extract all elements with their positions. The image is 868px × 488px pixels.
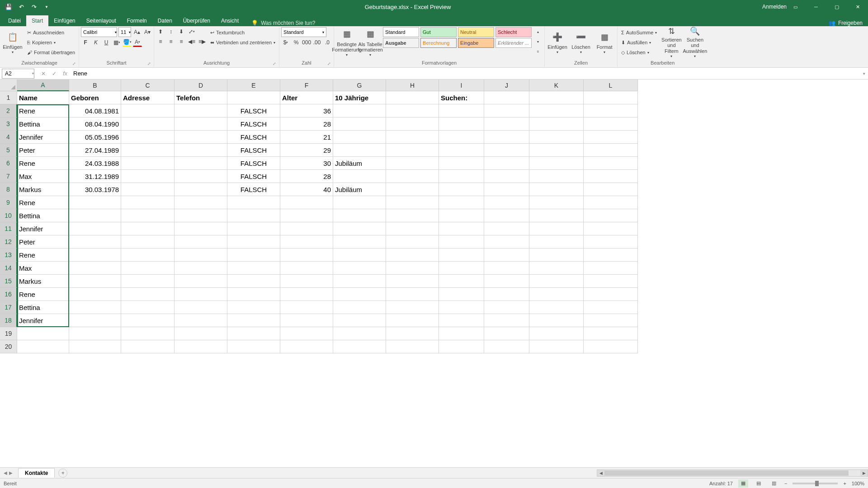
cell-K5[interactable] (529, 144, 584, 157)
tab-einfuegen[interactable]: Einfügen (48, 15, 80, 26)
qat-customize-icon[interactable]: ▼ (42, 2, 52, 12)
styles-up-icon[interactable]: ▴ (533, 27, 542, 36)
share-button[interactable]: Freigeben (838, 20, 863, 26)
style-ausgabe[interactable]: Ausgabe (383, 38, 419, 48)
cell-L20[interactable] (584, 340, 638, 353)
cell-E16[interactable] (227, 288, 280, 301)
font-name-select[interactable]: Calibri▾ (81, 27, 117, 37)
cell-J18[interactable] (484, 314, 529, 327)
cell-A14[interactable]: Max (17, 262, 69, 275)
cell-F12[interactable] (280, 235, 333, 249)
launcher-icon[interactable]: ⤢ (72, 61, 76, 66)
cell-E20[interactable] (227, 340, 280, 353)
cell-F11[interactable] (280, 222, 333, 235)
orientation-icon[interactable]: ⤢▾ (187, 27, 196, 36)
col-header-H[interactable]: H (386, 80, 439, 91)
increase-indent-icon[interactable]: ≡▶ (198, 37, 207, 46)
style-berechnung[interactable]: Berechnung (420, 38, 457, 48)
cell-F17[interactable] (280, 301, 333, 314)
cell-K9[interactable] (529, 196, 584, 209)
fill-button[interactable]: ⬇Ausfüllen▾ (619, 38, 659, 47)
col-header-C[interactable]: C (121, 80, 175, 91)
scroll-right-icon[interactable]: ▶ (860, 470, 868, 476)
cell-B12[interactable] (69, 235, 121, 249)
cell-H10[interactable] (386, 209, 439, 222)
page-layout-view-icon[interactable]: ▤ (754, 479, 764, 488)
decrease-decimal-icon[interactable]: .0 (323, 38, 332, 47)
cell-G5[interactable] (333, 144, 386, 157)
cell-B15[interactable] (69, 275, 121, 288)
cell-K6[interactable] (529, 157, 584, 170)
cell-A19[interactable] (17, 327, 69, 340)
row-header-13[interactable]: 13 (0, 249, 17, 262)
cell-A16[interactable]: Rene (17, 288, 69, 301)
cell-D6[interactable] (175, 157, 227, 170)
cell-G4[interactable] (333, 131, 386, 144)
cell-J9[interactable] (484, 196, 529, 209)
cell-B5[interactable]: 27.04.1989 (69, 144, 121, 157)
normal-view-icon[interactable]: ▦ (738, 479, 748, 488)
cell-K8[interactable] (529, 183, 584, 196)
cell-I2[interactable] (439, 104, 484, 117)
cell-B10[interactable] (69, 209, 121, 222)
cell-H5[interactable] (386, 144, 439, 157)
cell-G14[interactable] (333, 262, 386, 275)
row-header-11[interactable]: 11 (0, 222, 17, 235)
cell-I13[interactable] (439, 249, 484, 262)
cell-K19[interactable] (529, 327, 584, 340)
delete-cells-button[interactable]: ➖Löschen▾ (570, 27, 592, 58)
cell-B20[interactable] (69, 340, 121, 353)
cell-G11[interactable] (333, 222, 386, 235)
cell-H1[interactable] (386, 91, 439, 104)
sheet-nav-next-icon[interactable]: ▶ (9, 470, 13, 475)
cell-D9[interactable] (175, 196, 227, 209)
cell-H7[interactable] (386, 170, 439, 183)
cancel-formula-icon[interactable]: ✕ (38, 69, 49, 79)
font-size-select[interactable]: 11▾ (118, 27, 131, 37)
cell-H19[interactable] (386, 327, 439, 340)
cell-E9[interactable] (227, 196, 280, 209)
cell-H18[interactable] (386, 314, 439, 327)
cell-F19[interactable] (280, 327, 333, 340)
launcher-icon[interactable]: ⤢ (273, 61, 276, 66)
increase-font-icon[interactable]: A▴ (132, 28, 142, 37)
cell-L11[interactable] (584, 222, 638, 235)
cell-B14[interactable] (69, 262, 121, 275)
row-header-19[interactable]: 19 (0, 327, 17, 340)
cell-A4[interactable]: Jennifer (17, 131, 69, 144)
cell-D12[interactable] (175, 235, 227, 249)
cell-E17[interactable] (227, 301, 280, 314)
align-right-icon[interactable]: ≡ (177, 37, 186, 46)
cell-B8[interactable]: 30.03.1978 (69, 183, 121, 196)
cell-D17[interactable] (175, 301, 227, 314)
tab-daten[interactable]: Daten (152, 15, 178, 26)
style-schlecht[interactable]: Schlecht (495, 27, 532, 37)
cell-F14[interactable] (280, 262, 333, 275)
horizontal-scrollbar[interactable]: ◀ ▶ (597, 469, 868, 477)
cell-A11[interactable]: Jennifer (17, 222, 69, 235)
col-header-B[interactable]: B (69, 80, 121, 91)
decrease-indent-icon[interactable]: ◀≡ (187, 37, 196, 46)
cell-B4[interactable]: 05.05.1996 (69, 131, 121, 144)
cell-B17[interactable] (69, 301, 121, 314)
format-as-table-button[interactable]: ▦Als Tabelle formatieren▾ (359, 27, 381, 58)
cell-A8[interactable]: Markus (17, 183, 69, 196)
maximize-button[interactable]: ▢ (826, 0, 847, 14)
style-gut[interactable]: Gut (420, 27, 457, 37)
cell-C16[interactable] (121, 288, 175, 301)
col-header-D[interactable]: D (175, 80, 227, 91)
cell-K17[interactable] (529, 301, 584, 314)
cell-H15[interactable] (386, 275, 439, 288)
cell-I9[interactable] (439, 196, 484, 209)
align-middle-icon[interactable]: ↕ (166, 27, 175, 36)
sheet-tab-kontakte[interactable]: Kontakte (18, 468, 55, 478)
merge-center-button[interactable]: ⬌Verbinden und zentrieren▾ (208, 38, 277, 47)
cell-B1[interactable]: Geboren (69, 91, 121, 104)
cell-D20[interactable] (175, 340, 227, 353)
cell-F6[interactable]: 30 (280, 157, 333, 170)
cell-C11[interactable] (121, 222, 175, 235)
cell-A18[interactable]: Jennifer (17, 314, 69, 327)
cell-L7[interactable] (584, 170, 638, 183)
cell-H9[interactable] (386, 196, 439, 209)
cell-G16[interactable] (333, 288, 386, 301)
